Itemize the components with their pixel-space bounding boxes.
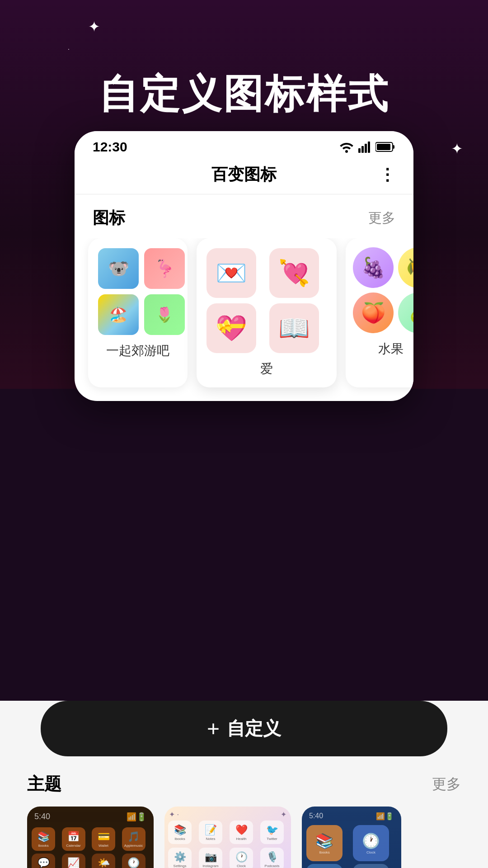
svg-rect-1 (361, 146, 364, 153)
theme-card-dark[interactable]: 5:40 📶🔋 📚Ibooks 📅Calendar 💳Wallet 🎵Apple… (27, 807, 154, 868)
wifi-icon (338, 141, 355, 153)
theme-light-health: ❤️Health (230, 821, 253, 844)
status-bar: 12:30 (75, 131, 413, 159)
theme-blue-icons: 📶🔋 (376, 812, 394, 821)
love-icon-1: 💌 (206, 248, 256, 298)
love-icon-2: 💘 (269, 248, 319, 298)
theme-card-blue[interactable]: 5:40 📶🔋 📚Ibooks 🕐Clock 🐦Twitter 📺Appletv… (302, 807, 401, 868)
theme-dark-music: 🎵Applemusic (122, 827, 145, 851)
theme-dark-calendar: 📅Calendar (62, 827, 85, 851)
theme-light-clock: 🕐Clock (230, 848, 253, 868)
icons-section-header: 图标 更多 (75, 194, 413, 238)
pack-outdoor-label: 一起郊游吧 (98, 342, 178, 359)
bottom-section: + 自定义 主题 更多 5:40 📶🔋 📚Ibooks 📅Calendar 💳W… (0, 701, 488, 868)
themes-row: 5:40 📶🔋 📚Ibooks 📅Calendar 💳Wallet 🎵Apple… (0, 807, 488, 868)
scene-icon-2: 🦩 (144, 248, 185, 289)
scene-icon-3: 🏖️ (98, 294, 139, 335)
icon-pack-fruit[interactable]: 🍇 🍋 🍑 🍐 水果 (346, 238, 413, 387)
themes-section: 主题 更多 5:40 📶🔋 📚Ibooks 📅Calendar 💳Wallet … (0, 756, 488, 868)
customize-label: 自定义 (227, 716, 281, 741)
svg-rect-6 (377, 144, 390, 150)
star-decoration-3: · (68, 45, 70, 52)
theme-light-twitter: 🐦Twitter (260, 821, 284, 844)
theme-card-light[interactable]: ✦ · ✦ 📚Ibooks 📝Notes ❤️Health 🐦Twitter ⚙… (164, 807, 291, 868)
theme-dark-grid: 📚Ibooks 📅Calendar 💳Wallet 🎵Applemusic 💬M… (27, 825, 154, 868)
themes-title: 主题 (27, 773, 61, 796)
theme-blue-time: 5:40 (309, 812, 323, 821)
svg-rect-0 (358, 148, 361, 153)
theme-light-podcasts: 🎙️Podcasts (260, 848, 284, 868)
theme-dark-messenger: 💬Messenger (32, 854, 55, 868)
main-title: 自定义图标样式 (99, 72, 389, 116)
theme-dark-weather: 🌤️Weather (92, 854, 115, 868)
status-icons (338, 141, 395, 153)
theme-dark-clock: 🕐Clock (122, 854, 145, 868)
love-icon-4: 📖 (269, 303, 319, 353)
icon-pack-outdoor[interactable]: 🐨 🦩 🏖️ 🌷 一起郊游吧 (88, 238, 188, 387)
pack-fruit-label: 水果 (353, 340, 413, 358)
themes-more-btn[interactable]: 更多 (432, 774, 461, 794)
customize-button[interactable]: + 自定义 (41, 701, 447, 756)
pack-love-label: 爱 (206, 360, 327, 377)
more-button[interactable]: ⋮ (379, 167, 395, 183)
phone-mockup: 12:30 (75, 131, 413, 401)
fruit-icon-peach: 🍑 (353, 292, 394, 333)
signal-icon (358, 141, 372, 153)
star-decoration-2: ✦ (451, 140, 463, 157)
theme-dark-time: 5:40 (34, 812, 50, 822)
top-section: ✦ · ✦ 自定义图标样式 12:30 (0, 0, 488, 389)
theme-blue-clock: 🕐Clock (353, 825, 389, 861)
app-header: 百变图标 ⋮ (75, 159, 413, 194)
theme-light-ibooks: 📚Ibooks (168, 821, 192, 844)
icon-packs-row: 🐨 🦩 🏖️ 🌷 一起郊游吧 (75, 238, 413, 401)
theme-light-instagram: 📷Instagram (199, 848, 222, 868)
theme-light-grid: 📚Ibooks 📝Notes ❤️Health 🐦Twitter ⚙️Setti… (164, 819, 291, 868)
fruit-icon-grape: 🍇 (353, 247, 394, 288)
scene-icon-4: 🌷 (144, 294, 185, 335)
svg-rect-3 (368, 142, 370, 153)
theme-dark-ibooks: 📚Ibooks (32, 827, 55, 851)
app-header-title: 百变图标 (211, 164, 277, 186)
status-time: 12:30 (93, 139, 127, 155)
theme-dark-stocks: 📈Stocks (62, 854, 85, 868)
fruit-icon-pear: 🍐 (398, 292, 413, 333)
svg-rect-2 (365, 144, 367, 153)
svg-rect-5 (393, 145, 394, 149)
theme-blue-ibooks: 📚Ibooks (306, 825, 343, 861)
theme-blue-twitter: 🐦Twitter (306, 864, 343, 868)
theme-blue-appletv: 📺Appletv (353, 864, 389, 868)
icons-section-title: 图标 (93, 207, 125, 229)
love-icon-3: 💝 (206, 303, 256, 353)
themes-header: 主题 更多 (0, 756, 488, 807)
theme-dark-icons: 📶🔋 (127, 812, 146, 822)
star-decoration-1: ✦ (88, 18, 100, 35)
icons-more-btn[interactable]: 更多 (368, 209, 395, 227)
theme-blue-status: 5:40 📶🔋 (302, 807, 401, 823)
theme-light-settings: ⚙️Settings (168, 848, 192, 868)
fruit-icon-lemon: 🍋 (398, 247, 413, 288)
battery-icon (375, 142, 395, 152)
theme-dark-wallet: 💳Wallet (92, 827, 115, 851)
plus-icon: + (207, 716, 220, 741)
theme-dark-status: 5:40 📶🔋 (27, 807, 154, 825)
scene-icon-1: 🐨 (98, 248, 139, 289)
icon-pack-love[interactable]: 💌 💘 💝 📖 爱 (197, 238, 337, 387)
theme-light-notes: 📝Notes (199, 821, 222, 844)
